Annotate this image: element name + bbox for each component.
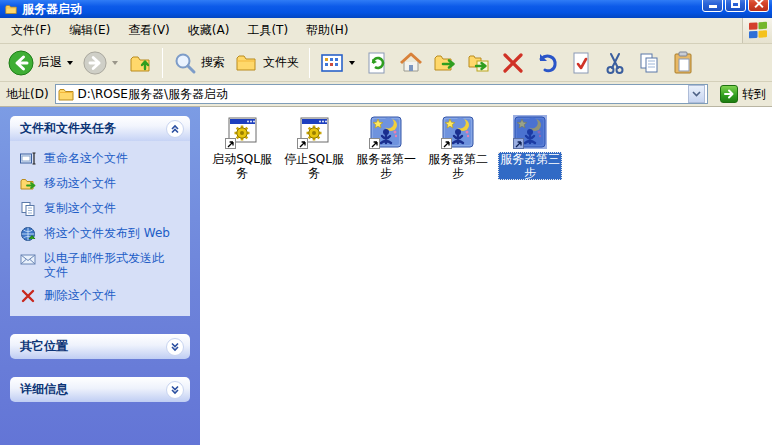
task-pane-sidebar: 文件和文件夹任务 重命名这个文件 [0,107,200,445]
chevron-down-icon[interactable] [166,338,184,356]
panel-file-tasks-body: 重命名这个文件 移动这个文件 [10,141,190,316]
views-icon [320,51,344,75]
task-publish-file-web[interactable]: 将这个文件发布到 Web [20,226,186,242]
address-value: D:\ROSE服务器\服务器启动 [78,86,228,103]
file-label: 停止SQL服务 [278,152,350,180]
task-label: 将这个文件发布到 Web [44,226,170,240]
forward-icon [83,51,107,75]
panel-other-places-header[interactable]: 其它位置 [10,334,190,359]
home-button[interactable] [395,49,427,77]
maximize-button[interactable] [725,0,746,12]
task-copy-file[interactable]: 复制这个文件 [20,201,186,217]
window-title: 服务器启动 [22,1,82,18]
task-rename-file[interactable]: 重命名这个文件 [20,151,186,167]
panel-other-places: 其它位置 [10,334,190,359]
task-email-file[interactable]: 以电子邮件形式发送此 文件 [20,251,186,279]
file-item-server-step3[interactable]: 服务器第三 步 [494,115,566,180]
back-icon [8,50,34,76]
explorer-window: 服务器启动 文件(F) 编辑(E) 查看(V) 收藏(A) 工具(T) 帮助(H… [0,0,772,445]
delete-icon [20,288,37,304]
file-label: 服务器第三 步 [498,152,562,180]
go-arrow-icon [720,85,738,103]
toolbar-separator [162,48,163,78]
shortcut-arrow-icon [513,138,524,149]
menu-edit[interactable]: 编辑(E) [60,19,119,42]
task-move-file[interactable]: 移动这个文件 [20,176,186,192]
go-button[interactable]: 转到 [714,85,770,103]
paste-button[interactable] [667,49,699,77]
menu-favorites[interactable]: 收藏(A) [179,19,239,42]
menu-file[interactable]: 文件(F) [2,19,60,42]
shortcut-arrow-icon [369,138,380,149]
chevron-down-icon[interactable] [166,381,184,399]
batch-shortcut-icon [225,115,259,149]
panel-details: 详细信息 [10,377,190,402]
rose-shortcut-icon [513,115,547,149]
move-icon [20,176,37,192]
folders-button[interactable]: 文件夹 [231,49,303,77]
panel-title: 其它位置 [20,338,68,355]
delete-button[interactable] [497,49,529,77]
panel-file-tasks-header[interactable]: 文件和文件夹任务 [10,116,190,141]
up-icon [128,51,152,75]
folder-icon [58,86,74,102]
rose-shortcut-icon [369,115,403,149]
menu-tools[interactable]: 工具(T) [238,19,297,42]
file-item-server-step1[interactable]: 服务器第一 步 [350,115,422,180]
cut-button[interactable] [599,49,631,77]
task-label: 重命名这个文件 [44,151,128,165]
views-dropdown-caret[interactable] [349,61,355,65]
views-button[interactable] [316,49,359,77]
undo-button[interactable] [531,49,563,77]
address-dropdown-button[interactable] [688,85,705,103]
task-label: 移动这个文件 [44,176,116,190]
menu-bar: 文件(F) 编辑(E) 查看(V) 收藏(A) 工具(T) 帮助(H) [0,18,772,44]
file-label: 启动SQL服务 [206,152,278,180]
copy-icon [637,51,661,75]
content-area: 文件和文件夹任务 重命名这个文件 [0,107,772,445]
menu-view[interactable]: 查看(V) [119,19,179,42]
search-label: 搜索 [201,54,225,71]
shortcut-arrow-icon [297,138,308,149]
move-to-icon [433,51,457,75]
address-label: 地址(D) [6,86,49,103]
refresh-button[interactable] [361,49,393,77]
file-item-stop-sql[interactable]: 停止SQL服务 [278,115,350,180]
folders-label: 文件夹 [263,54,299,71]
rename-icon [20,151,37,167]
up-button[interactable] [124,49,156,77]
task-label: 以电子邮件形式发送此 文件 [44,251,164,279]
minimize-button[interactable] [702,0,723,12]
forward-dropdown-caret[interactable] [112,61,118,65]
go-label: 转到 [742,86,766,103]
cut-icon [603,51,627,75]
panel-details-header[interactable]: 详细信息 [10,377,190,402]
copy-button[interactable] [633,49,665,77]
document-check-icon [569,51,593,75]
search-button[interactable]: 搜索 [169,49,229,77]
chevron-up-icon[interactable] [166,120,184,138]
address-input[interactable]: D:\ROSE服务器\服务器启动 [55,84,708,104]
file-list: 启动SQL服务 停止SQL服务 [200,107,772,445]
close-button[interactable] [748,0,769,12]
rose-shortcut-icon [441,115,475,149]
back-dropdown-caret[interactable] [67,61,73,65]
back-button[interactable]: 后退 [4,48,77,78]
panel-title: 文件和文件夹任务 [20,120,116,137]
panel-file-tasks: 文件和文件夹任务 重命名这个文件 [10,116,190,316]
menu-help[interactable]: 帮助(H) [297,19,357,42]
properties-button[interactable] [565,49,597,77]
folder-icon [4,3,18,15]
file-label: 服务器第一 步 [354,152,418,180]
forward-button[interactable] [79,49,122,77]
copy-to-button[interactable] [463,49,495,77]
folders-icon [235,51,259,75]
file-item-server-step2[interactable]: 服务器第二 步 [422,115,494,180]
move-to-button[interactable] [429,49,461,77]
title-bar: 服务器启动 [0,0,772,18]
file-item-start-sql[interactable]: 启动SQL服务 [206,115,278,180]
toolbar-separator [309,48,310,78]
task-delete-file[interactable]: 删除这个文件 [20,288,186,304]
shortcut-arrow-icon [441,138,452,149]
search-icon [173,51,197,75]
